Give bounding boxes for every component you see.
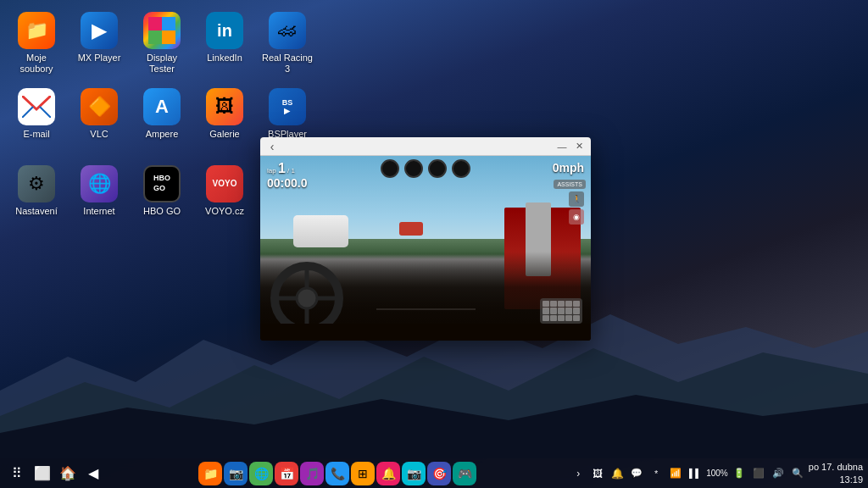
assists-button[interactable]: ASSISTS — [554, 180, 586, 189]
hbogo-icon: HBOGO — [143, 165, 181, 202]
taskbar-app-9[interactable]: 📷 — [402, 462, 426, 485]
moje-soubory-label: Moje soubory — [10, 53, 63, 75]
icon-ampere[interactable]: A Ampere — [132, 83, 192, 156]
icon-email[interactable]: E-mail — [7, 83, 66, 156]
taskbar-datetime: po 17. dubna 13:19 — [809, 461, 863, 485]
gas-dot-2 — [550, 301, 557, 307]
real-racing-icon: 🏎 — [269, 12, 306, 49]
hud-time: 00:00.0 — [267, 176, 307, 190]
gas-dot-14 — [565, 315, 572, 321]
gas-dot-6 — [542, 308, 549, 313]
window-controls: — ✕ — [555, 140, 586, 153]
hud-lap-label: lap 1 / 1 — [267, 161, 307, 176]
icon-galerie[interactable]: 🖼 Galerie — [195, 83, 254, 156]
voyo-icon: VOYO — [206, 165, 243, 202]
taskbar-back-icon[interactable]: ◀ — [81, 462, 105, 485]
display-tester-icon — [143, 12, 181, 49]
gas-dot-10 — [573, 308, 580, 313]
svg-rect-3 — [148, 17, 162, 30]
window-minimize-button[interactable]: — — [555, 140, 569, 153]
gas-dot-3 — [558, 301, 565, 307]
real-racing-label: Real Racing 3 — [261, 53, 314, 75]
taskbar-app-10[interactable]: 🎯 — [427, 462, 451, 485]
voyo-label: VOYO.cz — [205, 206, 244, 217]
taskbar-app-4[interactable]: 📅 — [275, 462, 298, 485]
tray-signal[interactable]: ▌▌ — [687, 465, 704, 482]
taskbar-home-icon[interactable]: 🏠 — [56, 462, 80, 485]
gas-dot-7 — [550, 308, 557, 313]
galerie-label: Galerie — [209, 129, 239, 140]
gas-dot-15 — [573, 315, 580, 321]
gas-dot-5 — [573, 301, 580, 307]
linkedin-label: LinkedIn — [207, 53, 242, 64]
svg-rect-4 — [162, 17, 175, 30]
icon-mx-player[interactable]: ▶ MX Player — [70, 7, 129, 80]
tray-search[interactable]: 🔍 — [789, 465, 806, 482]
icon-hbo-go[interactable]: HBOGO HBO GO — [132, 160, 192, 222]
svg-rect-6 — [162, 30, 175, 44]
icon-real-racing[interactable]: 🏎 Real Racing 3 — [258, 7, 317, 80]
lap-number: 1 — [278, 161, 286, 175]
svg-rect-5 — [148, 30, 162, 44]
taskbar-left: ⠿ ⬜ 🏠 ◀ — [5, 462, 105, 485]
icon-linkedin[interactable]: in LinkedIn — [195, 7, 254, 80]
taskbar-app-11[interactable]: 🎮 — [453, 462, 476, 485]
window-back-button[interactable]: ‹ — [265, 140, 279, 153]
hud-icon-2[interactable]: ◉ — [569, 209, 584, 225]
gas-dot-12 — [550, 315, 557, 321]
hbogo-label: HBO GO — [143, 206, 181, 217]
gas-dot-13 — [558, 315, 565, 321]
tray-notification[interactable]: 🔔 — [609, 465, 626, 482]
gas-dot-1 — [542, 301, 549, 307]
taskbar-app-3[interactable]: 🌐 — [249, 462, 273, 485]
internet-label: Internet — [83, 206, 114, 217]
icon-voyo[interactable]: VOYO VOYO.cz — [195, 160, 254, 222]
tray-expand[interactable]: › — [570, 465, 587, 482]
traffic-light-3 — [428, 159, 447, 178]
mx-player-label: MX Player — [78, 53, 121, 64]
tray-battery-icon: 🔋 — [731, 465, 748, 482]
hud-icon-1[interactable]: 🚶 — [569, 191, 584, 207]
tray-usb[interactable]: ⬛ — [750, 465, 767, 482]
icon-display-tester[interactable]: Display Tester — [132, 7, 192, 80]
tray-whatsapp[interactable]: 💬 — [628, 465, 645, 482]
dashboard-bar — [260, 324, 591, 341]
icon-internet[interactable]: 🌐 Internet — [70, 160, 129, 222]
gas-dot-8 — [558, 308, 565, 313]
ampere-icon: A — [143, 88, 181, 125]
taskbar-app-7[interactable]: ⊞ — [351, 462, 375, 485]
galerie-icon: 🖼 — [206, 88, 243, 125]
speed-display: 0mph — [553, 161, 584, 175]
window-content: lap 1 / 1 00:00.0 0mph ASSISTS — [260, 156, 591, 341]
tray-wifi[interactable]: 📶 — [667, 465, 684, 482]
nastaveni-icon: ⚙ — [18, 165, 55, 202]
window-close-button[interactable]: ✕ — [572, 140, 586, 153]
lap-total: 1 — [292, 167, 295, 175]
mx-player-icon: ▶ — [81, 12, 118, 49]
gas-dot-9 — [565, 308, 572, 313]
email-label: E-mail — [23, 129, 49, 140]
icon-moje-soubory[interactable]: 📁 Moje soubory — [7, 7, 66, 80]
internet-icon: 🌐 — [81, 165, 118, 202]
tray-volume[interactable]: 🔊 — [770, 465, 787, 482]
white-car — [293, 215, 348, 247]
game-window[interactable]: ‹ — ✕ — [260, 137, 591, 341]
taskbar-app-1[interactable]: 📁 — [198, 462, 222, 485]
window-titlebar: ‹ — ✕ — [260, 137, 591, 156]
taskbar-app-2[interactable]: 📷 — [224, 462, 248, 485]
taskbar-time-display: 13:19 — [809, 474, 863, 485]
icon-nastaveni[interactable]: ⚙ Nastavení — [7, 160, 66, 222]
tray-gallery[interactable]: 🖼 — [589, 465, 606, 482]
gas-pedal[interactable] — [540, 298, 582, 324]
taskbar-app-8[interactable]: 🔔 — [376, 462, 400, 485]
nastaveni-label: Nastavení — [15, 206, 58, 217]
taskbar-app-6[interactable]: 📞 — [326, 462, 349, 485]
vlc-label: VLC — [90, 129, 108, 140]
icon-vlc[interactable]: 🔶 VLC — [70, 83, 129, 156]
taskbar-grid-icon[interactable]: ⠿ — [5, 462, 29, 485]
tray-bluetooth[interactable]: * — [648, 465, 665, 482]
taskbar-app-5[interactable]: 🎵 — [300, 462, 324, 485]
hud-top-left: lap 1 / 1 00:00.0 — [267, 161, 307, 190]
taskbar-recent-icon[interactable]: ⬜ — [31, 462, 54, 485]
bsplayer-icon: BS▶ — [269, 88, 306, 125]
